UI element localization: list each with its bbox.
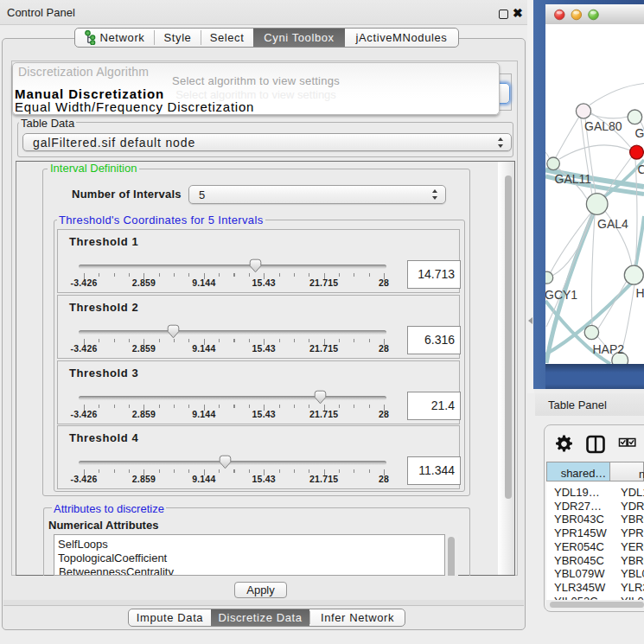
svg-text:GAL3: GAL3 bbox=[635, 126, 644, 140]
svg-text:GAL4: GAL4 bbox=[597, 217, 628, 231]
svg-text:HAP2: HAP2 bbox=[593, 342, 625, 356]
svg-text:GAL80: GAL80 bbox=[584, 119, 622, 133]
svg-text:GAL11: GAL11 bbox=[555, 172, 592, 186]
svg-text:HIS4: HIS4 bbox=[636, 286, 644, 300]
svg-text:GCY1: GCY1 bbox=[545, 288, 577, 302]
svg-text:CDC: CDC bbox=[638, 163, 644, 176]
